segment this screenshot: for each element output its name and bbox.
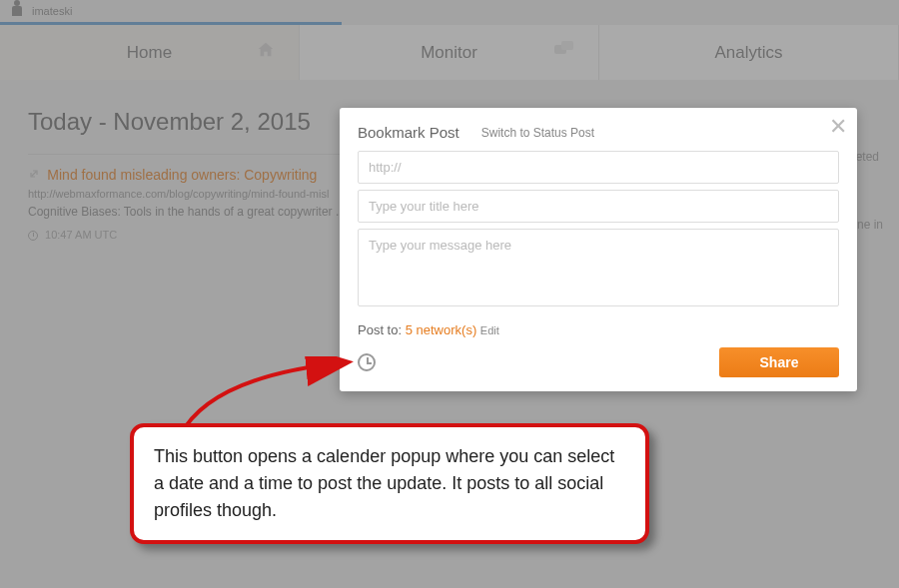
edit-networks-link[interactable]: Edit	[480, 324, 499, 336]
bookmark-post-modal: ✕ Bookmark Post Switch to Status Post Po…	[340, 108, 857, 391]
post-to-label: Post to:	[358, 322, 402, 337]
networks-count[interactable]: 5 network(s)	[406, 322, 477, 337]
title-input[interactable]	[358, 190, 839, 223]
annotation-text: This button opens a calender popup where…	[154, 446, 614, 520]
close-icon[interactable]: ✕	[829, 114, 847, 140]
annotation-callout: This button opens a calender popup where…	[130, 423, 649, 544]
message-input[interactable]	[358, 229, 839, 306]
switch-to-status-link[interactable]: Switch to Status Post	[481, 126, 594, 140]
share-button[interactable]: Share	[719, 347, 839, 377]
url-input[interactable]	[358, 151, 839, 184]
modal-title: Bookmark Post	[358, 124, 459, 141]
schedule-clock-icon[interactable]	[358, 353, 376, 371]
